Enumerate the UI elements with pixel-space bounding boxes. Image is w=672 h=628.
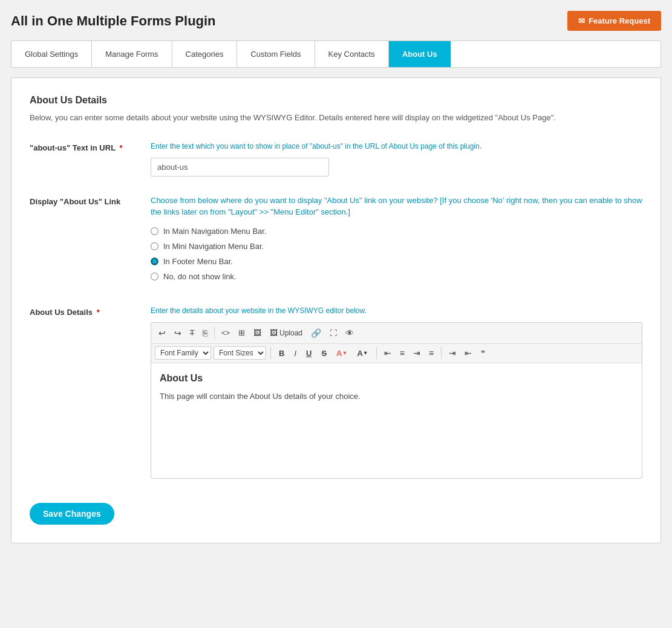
- copy-button[interactable]: ⎘: [199, 326, 211, 340]
- toolbar-separator-1: [214, 327, 215, 339]
- radio-no-show[interactable]: No, do not show link.: [151, 272, 642, 281]
- preview-button[interactable]: 👁: [342, 326, 357, 340]
- radio-footer-menu[interactable]: In Footer Menu Bar.: [151, 257, 642, 266]
- tab-custom-fields[interactable]: Custom Fields: [237, 41, 315, 67]
- display-link-hint: Choose from below where do you want to d…: [151, 195, 642, 218]
- editor-toolbar-bottom: Font Family Font Sizes B I U S A▼ A▼ ⇤ ≡…: [151, 344, 642, 363]
- editor-toolbar-top: ↩ ↪ T̶ ⎘ <> ⊞ 🖼 🖼 Upload 🔗 ⛶ 👁: [151, 323, 642, 344]
- underline-button[interactable]: U: [302, 347, 315, 360]
- feature-request-label: Feature Request: [589, 16, 650, 25]
- email-icon: ✉: [578, 16, 585, 25]
- redo-button[interactable]: ↪: [171, 326, 185, 340]
- font-color-button[interactable]: A▼: [333, 347, 351, 360]
- display-link-content: Choose from below where do you want to d…: [151, 195, 642, 287]
- blockquote-button[interactable]: ": [477, 346, 489, 360]
- align-center-button[interactable]: ≡: [397, 346, 408, 360]
- align-right-button[interactable]: ⇥: [410, 346, 423, 360]
- radio-no-show-label: No, do not show link.: [163, 272, 237, 281]
- editor-body: This page will contain the About Us deta…: [160, 390, 633, 403]
- page-header: All in One Multiple Forms Plugin ✉ Featu…: [11, 11, 661, 31]
- section-title: About Us Details: [30, 95, 642, 106]
- upload-icon: 🖼: [270, 328, 278, 337]
- link-button[interactable]: 🔗: [307, 326, 325, 340]
- radio-footer-menu-input[interactable]: [151, 257, 158, 265]
- display-link-label: Display "About Us" Link: [30, 195, 151, 287]
- radio-mini-nav-label: In Mini Navigation Menu Bar.: [163, 242, 264, 251]
- save-changes-button[interactable]: Save Changes: [30, 503, 114, 525]
- wysiwyg-editor: ↩ ↪ T̶ ⎘ <> ⊞ 🖼 🖼 Upload 🔗 ⛶ 👁: [151, 322, 642, 479]
- align-left-button[interactable]: ⇤: [381, 346, 394, 360]
- toolbar-separator-3: [376, 347, 377, 359]
- about-us-details-label: About Us Details *: [30, 305, 151, 479]
- intro-text: Below, you can enter some details about …: [30, 112, 642, 124]
- radio-mini-nav-input[interactable]: [151, 242, 158, 250]
- editor-heading: About Us: [160, 371, 633, 386]
- url-field-label: "about-us" Text in URL *: [30, 141, 151, 176]
- editor-content-area[interactable]: About Us This page will contain the Abou…: [151, 363, 642, 478]
- indent-button[interactable]: ⇥: [446, 346, 459, 360]
- bold-button[interactable]: B: [275, 347, 288, 360]
- radio-main-nav[interactable]: In Main Navigation Menu Bar.: [151, 227, 642, 236]
- radio-footer-menu-label: In Footer Menu Bar.: [163, 257, 233, 266]
- url-field-hint: Enter the text which you want to show in…: [151, 141, 642, 152]
- upload-label: Upload: [279, 329, 302, 337]
- clear-format-button[interactable]: T̶: [186, 326, 198, 340]
- about-us-details-row: About Us Details * Enter the details abo…: [30, 305, 642, 479]
- url-field-content: Enter the text which you want to show in…: [151, 141, 642, 176]
- tab-about-us[interactable]: About Us: [389, 41, 451, 67]
- fullscreen-button[interactable]: ⛶: [326, 326, 341, 340]
- upload-button[interactable]: 🖼 Upload: [266, 326, 306, 340]
- about-us-details-content: Enter the details about your website in …: [151, 305, 642, 479]
- display-link-radio-group: In Main Navigation Menu Bar. In Mini Nav…: [151, 227, 642, 281]
- bg-color-button[interactable]: A▼: [353, 347, 371, 360]
- image-button[interactable]: 🖼: [250, 326, 265, 340]
- radio-mini-nav[interactable]: In Mini Navigation Menu Bar.: [151, 242, 642, 251]
- align-justify-button[interactable]: ≡: [426, 346, 437, 360]
- url-field-required: *: [119, 143, 122, 152]
- toolbar-separator-2: [270, 347, 271, 359]
- about-us-details-hint: Enter the details about your website in …: [151, 305, 642, 316]
- url-field-row: "about-us" Text in URL * Enter the text …: [30, 141, 642, 176]
- italic-button[interactable]: I: [290, 347, 300, 360]
- tab-manage-forms[interactable]: Manage Forms: [92, 41, 172, 67]
- display-link-row: Display "About Us" Link Choose from belo…: [30, 195, 642, 287]
- strikethrough-button[interactable]: S: [318, 347, 330, 360]
- table-button[interactable]: ⊞: [235, 326, 249, 340]
- tabs-bar: Global Settings Manage Forms Categories …: [11, 40, 661, 68]
- tab-key-contacts[interactable]: Key Contacts: [315, 41, 389, 67]
- main-content-card: About Us Details Below, you can enter so…: [11, 77, 661, 543]
- font-family-select[interactable]: Font Family: [155, 346, 211, 360]
- font-sizes-select[interactable]: Font Sizes: [214, 346, 266, 360]
- code-button[interactable]: <>: [218, 326, 233, 340]
- url-text-input[interactable]: [151, 158, 329, 176]
- tab-categories[interactable]: Categories: [172, 41, 238, 67]
- feature-request-button[interactable]: ✉ Feature Request: [567, 11, 661, 31]
- undo-button[interactable]: ↩: [155, 326, 169, 340]
- outdent-button[interactable]: ⇤: [462, 346, 475, 360]
- radio-main-nav-label: In Main Navigation Menu Bar.: [163, 227, 267, 236]
- tab-global-settings[interactable]: Global Settings: [11, 41, 92, 67]
- about-us-details-required: *: [97, 308, 100, 317]
- radio-main-nav-input[interactable]: [151, 227, 158, 235]
- toolbar-separator-4: [441, 347, 442, 359]
- radio-no-show-input[interactable]: [151, 273, 158, 280]
- app-title: All in One Multiple Forms Plugin: [11, 13, 216, 29]
